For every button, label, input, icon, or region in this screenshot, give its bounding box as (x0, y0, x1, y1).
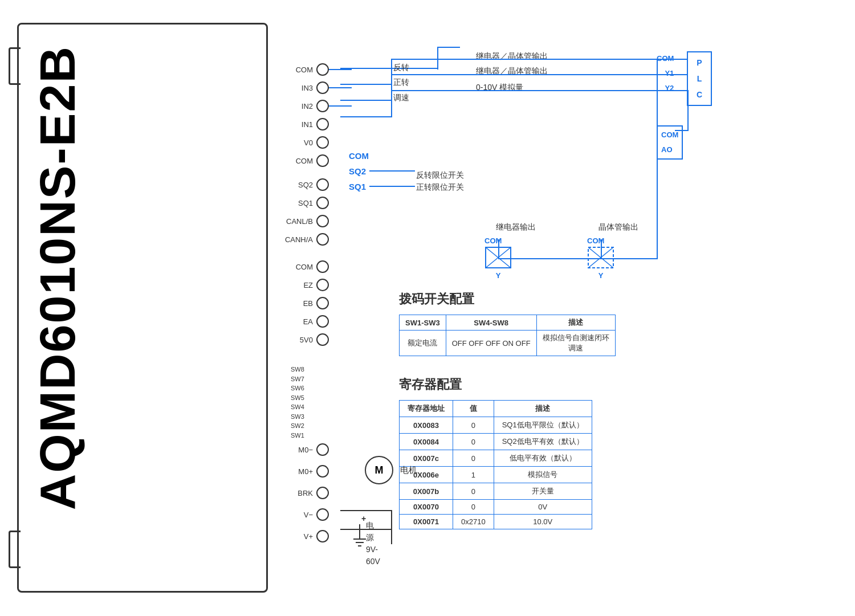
sw4-label: SW4 (291, 402, 304, 412)
terminal-label: COM (279, 66, 316, 74)
terminal-circle (316, 260, 329, 273)
terminal-label: SQ2 (279, 181, 316, 189)
terminal-row: COM (279, 259, 352, 275)
dip-desc-val: 模拟信号自测速闭环调速 (536, 331, 615, 356)
terminal-label: V0 (279, 138, 316, 147)
analog-label: 0-10V 模拟量 (476, 83, 523, 93)
reg-desc: 低电平有效（默认） (494, 450, 592, 467)
sq1-label: SQ1 (349, 182, 366, 191)
relay-v-line (498, 239, 499, 259)
in3-wire-h (340, 84, 392, 85)
dip-sw4-sw8-val: OFF OFF OFF ON OFF (446, 331, 536, 356)
register-row: 0X0084 0 SQ2低电平有效（默认） (400, 434, 592, 450)
reg-addr: 0X0071 (400, 515, 453, 529)
power-line3 (358, 545, 361, 546)
terminal-wire (329, 87, 352, 88)
in1-wire-h (340, 116, 392, 117)
motor-m-label: M (375, 464, 384, 476)
reg-addr: 0X0070 (400, 500, 453, 515)
reg-val: 0 (453, 417, 494, 434)
power-v-line (359, 524, 360, 539)
terminal-wire (329, 105, 352, 107)
forward-label: 正转 (393, 77, 409, 88)
tiaoshu-to-plc (471, 90, 687, 91)
terminal-circle (316, 136, 329, 149)
reg-desc: 开关量 (494, 483, 592, 500)
reg-desc: SQ2低电平有效（默认） (494, 434, 592, 450)
terminal-label: IN2 (279, 102, 316, 111)
sq-com-label: COM (349, 151, 369, 161)
transistor-h-line (601, 258, 658, 259)
terminal-circle (316, 443, 329, 456)
plc-box: P L C (687, 51, 712, 106)
terminal-row: BRK (279, 485, 329, 501)
terminal-label: EB (279, 299, 316, 308)
transistor-out-label: 晶体管输出 (598, 222, 638, 232)
v-plus-h-wire (340, 529, 392, 530)
plc-down-v-line (657, 59, 658, 258)
terminal-row: EB (279, 295, 352, 311)
terminal-row: M0− (279, 442, 329, 458)
reg-val: 1 (453, 467, 494, 483)
power-plus: + (361, 514, 366, 523)
terminal-row: SQ1 (279, 195, 352, 211)
sw7-label: SW7 (291, 374, 304, 384)
terminal-circle (316, 233, 329, 246)
register-row: 0X007c 0 低电平有效（默认） (400, 450, 592, 467)
dip-switch-table: SW1-SW3 SW4-SW8 描述 额定电流 OFF OFF OFF ON O… (399, 315, 616, 356)
terminal-row: SQ2 (279, 177, 352, 193)
plc-label-c: C (691, 87, 707, 103)
transistor-y-label: Y (587, 271, 614, 280)
reverse-label: 反转 (393, 63, 409, 73)
reg-val: 0 (453, 450, 494, 467)
register-row: 0X0071 0x2710 10.0V (400, 515, 592, 529)
terminal-row: COM (279, 62, 352, 77)
terminal-row: M0+ (279, 463, 329, 479)
reg-desc: 0V (494, 500, 592, 515)
terminal-row: V0 (279, 134, 352, 150)
sw-labels: SW8 SW7 SW6 SW5 SW4 SW3 SW2 SW1 (291, 365, 304, 440)
plc-label-l: L (691, 71, 707, 87)
terminal-label: COM (279, 157, 316, 165)
sw8-label: SW8 (291, 365, 304, 374)
terminal-circle (316, 100, 329, 112)
fanzhuan-to-plc (471, 59, 687, 60)
col-sw1-sw3: SW1-SW3 (400, 315, 446, 331)
terminal-label: IN1 (279, 120, 316, 129)
terminal-circle (316, 118, 329, 130)
power-label: 电源9V-60V (366, 520, 380, 568)
terminal-row: CANH/A (279, 231, 352, 247)
power-v-connector (391, 510, 392, 544)
register-section: 寄存器配置 寄存器地址 值 描述 0X0083 0 SQ1低电平限位（默认） 0… (399, 376, 592, 529)
ao-h-line (675, 130, 689, 131)
terminal-label: EZ (279, 281, 316, 289)
in1-wire-v (391, 90, 392, 117)
terminal-circle (316, 63, 329, 76)
terminal-row: IN1 (279, 116, 352, 132)
ao-label: AO (661, 142, 678, 157)
terminal-row: EZ (279, 277, 352, 293)
terminal-label: V+ (279, 532, 316, 541)
transistor-v-line (601, 239, 602, 259)
register-row: 0X0070 0 0V (400, 500, 592, 515)
dip-sw1-sw3-val: 额定电流 (400, 331, 446, 356)
relay-transistor-out-1: 继电器／晶体管输出 (476, 51, 548, 62)
reg-val: 0 (453, 483, 494, 500)
register-title: 寄存器配置 (399, 376, 592, 393)
dip-row: 额定电流 OFF OFF OFF ON OFF 模拟信号自测速闭环调速 (400, 331, 616, 356)
com-plc-label: COM (657, 51, 674, 66)
terminal-circle (316, 215, 329, 227)
motor-circle: M (365, 456, 393, 484)
col-addr: 寄存器地址 (400, 401, 453, 417)
terminal-row: IN3 (279, 80, 352, 96)
reg-val: 0x2710 (453, 515, 494, 529)
terminal-circle (316, 315, 329, 328)
reverse-limit-label: 反转限位开关 (416, 170, 464, 181)
terminal-row: COM (279, 153, 352, 169)
zhengzhuan-to-plc (471, 74, 687, 75)
sq1-wire (369, 186, 415, 187)
in2-wire-h (340, 100, 392, 101)
sw3-label: SW3 (291, 412, 304, 422)
ao-v-line (687, 90, 689, 130)
sw2-label: SW2 (291, 421, 304, 431)
